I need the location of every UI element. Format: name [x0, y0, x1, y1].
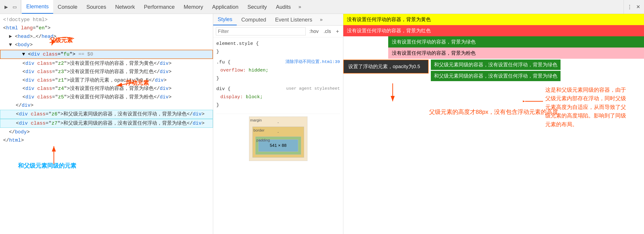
right-side-note: 这是和父级元素同级的容器，由于 父级元素内部存在浮动，同时父级 元素高度为自适应… [545, 86, 640, 129]
tab-computed[interactable]: Computed [237, 14, 270, 25]
tab-sources[interactable]: Sources [82, 0, 110, 14]
css-selector-fu: .fu { 清除浮动不同位置.html:39 [216, 58, 340, 66]
preview-block-pink: 没有设置任何浮动的容器，背景为粉色 [388, 47, 644, 59]
css-selector-div: div { user agent stylesheet [216, 85, 340, 93]
css-source-div: user agent stylesheet [286, 85, 340, 93]
tree-line-z7[interactable]: <div class="z7">和父级元素同级的容器，没有设置任何浮动，背景为绿… [0, 119, 213, 128]
tab-audits[interactable]: Audits [271, 0, 295, 14]
preview-sibling1: 和父级元素同级的容器，没有设置任何浮动，背景为绿色 [431, 60, 560, 70]
margin-val-top: - [278, 120, 279, 125]
border-val: - [278, 130, 279, 134]
float-opacity-label: 设置了浮动的元素，opacity [348, 64, 408, 69]
tree-line-z5[interactable]: <div class="z5">没有设置任何浮动的容器，背景为粉色</div> [0, 93, 213, 101]
styles-tabs: Styles Computed Event Listeners » [213, 14, 343, 25]
tree-line-body[interactable]: ▼ <body> [0, 41, 213, 49]
preview-top-blocks: 没有设置任何浮动的容器，背景为黄色 没有设置任何浮动的容器，背景为红色 没有设置… [343, 14, 644, 81]
box-border: border - padding 541 × 88 [252, 127, 304, 157]
padding-label: padding [256, 137, 270, 144]
tab-application[interactable]: Application [208, 0, 243, 14]
tree-line-z4[interactable]: <div class="z4">没有设置任何浮动的容器，背景为绿色</div> [0, 84, 213, 93]
hov-button[interactable]: :hov [308, 28, 320, 35]
tab-security[interactable]: Security [243, 0, 272, 14]
tree-line-z6[interactable]: <div class="z6">和父级元素同级的容器，没有设置任何浮动，背景为绿… [0, 110, 213, 119]
html-tree: <!doctype html> <html lang="en"> ► <head… [0, 16, 213, 145]
tree-line-close-body[interactable]: </body> [0, 128, 213, 136]
css-selector-element: element.style { [216, 40, 340, 48]
tree-line-z2[interactable]: <div class="z2">没有设置任何浮动的容器，背景为黄色</div> [0, 59, 213, 68]
tab-network[interactable]: Network [110, 0, 139, 14]
tab-styles[interactable]: Styles [213, 14, 237, 25]
box-padding: padding 541 × 88 [255, 137, 301, 154]
annotation-float-label: 浮动元素 [126, 79, 149, 87]
tree-line-z3[interactable]: <div class="z3">没有设置任何浮动的容器，背景为红色</div> [0, 68, 213, 76]
css-prop-overflow: overflow: hidden; [216, 66, 340, 74]
annotation-sibling-label: 和父级元素同级的元素 [18, 162, 76, 170]
tree-line-close-div[interactable]: </div> [0, 101, 213, 110]
tree-line-html[interactable]: <html lang="en"> [0, 24, 213, 32]
arrow-to-container [384, 83, 402, 106]
preview-block-green: 没有设置任何浮动的容器，背景为绿色 [388, 36, 644, 47]
tree-line-close-html[interactable]: </html> [0, 136, 213, 145]
css-prop-display: display: block; [216, 93, 340, 101]
css-rule-fu: .fu { 清除浮动不同位置.html:39 overflow: hidden;… [216, 58, 340, 82]
tab-more-styles[interactable]: » [317, 14, 326, 25]
css-rules: element.style { } .fu { 清除浮动不同位置.html:39… [213, 37, 343, 234]
css-rule-div: div { user agent stylesheet display: blo… [216, 85, 340, 109]
cls-button[interactable]: .cls [322, 28, 332, 35]
devtools-close-button[interactable]: ✕ [635, 4, 641, 10]
preview-sibling2: 和父级元素同级的容器，没有设置任何浮动，背景为绿色 [431, 71, 560, 81]
devtools-window: ▶ ▭ Elements Console Sources Network Per… [0, 0, 644, 234]
tree-line-z1[interactable]: <div class="z1">设置了浮动的元素，opacity为0.5</di… [0, 76, 213, 84]
tab-performance[interactable]: Performance [139, 0, 179, 14]
devtools-toolbar: ▶ ▭ Elements Console Sources Network Per… [0, 0, 644, 14]
css-close-div: } [216, 101, 340, 109]
styles-panel: Styles Computed Event Listeners » :hov .… [213, 14, 343, 234]
more-tabs-button[interactable]: » [295, 0, 304, 14]
tab-elements[interactable]: Elements [22, 0, 53, 14]
styles-filter-bar: :hov .cls + [213, 25, 343, 37]
tree-line-head[interactable]: ► <head>…</head> [0, 32, 213, 41]
css-source-fu[interactable]: 清除浮动不同位置.html:39 [286, 58, 340, 66]
cursor-icon[interactable]: ▶ [3, 3, 10, 10]
css-close-fu: } [216, 74, 340, 82]
styles-filter-input[interactable] [216, 27, 306, 35]
box-model-outer: margin - border - padding 541 × 88 [249, 117, 308, 161]
add-style-button[interactable]: + [334, 28, 340, 35]
margin-label: margin [250, 117, 262, 124]
border-label: border [254, 127, 264, 134]
tab-memory[interactable]: Memory [179, 0, 208, 14]
preview-block-red: 没有设置任何浮动的容器，背景为红色 [343, 25, 644, 36]
elements-panel: <!doctype html> <html lang="en"> ► <head… [0, 14, 213, 234]
tab-event-listeners[interactable]: Event Listeners [270, 14, 316, 25]
mobile-icon[interactable]: ▭ [11, 3, 18, 10]
float-opacity-val: 为0.5 [408, 64, 420, 69]
box-model-section: margin - border - padding 541 × 88 [216, 114, 340, 161]
preview-panel: 没有设置任何浮动的容器，背景为黄色 没有设置任何浮动的容器，背景为红色 没有设置… [343, 14, 644, 234]
annotation-parent-label: 父级元素 [49, 36, 73, 44]
tab-console[interactable]: Console [53, 0, 82, 14]
preview-block-yellow: 没有设置任何浮动的容器，背景为黄色 [343, 14, 644, 25]
css-close-element: } [216, 48, 340, 56]
tree-line-doctype: <!doctype html> [0, 16, 213, 24]
css-rule-element-style: element.style { } [216, 40, 340, 56]
tree-line-div-fu[interactable]: ▼ <div class="fu"> == $0 [0, 50, 213, 59]
preview-dark-container: 设置了浮动的元素，opacity为0.5 [343, 60, 428, 73]
devtools-menu-button[interactable]: ⋮ [626, 4, 633, 10]
